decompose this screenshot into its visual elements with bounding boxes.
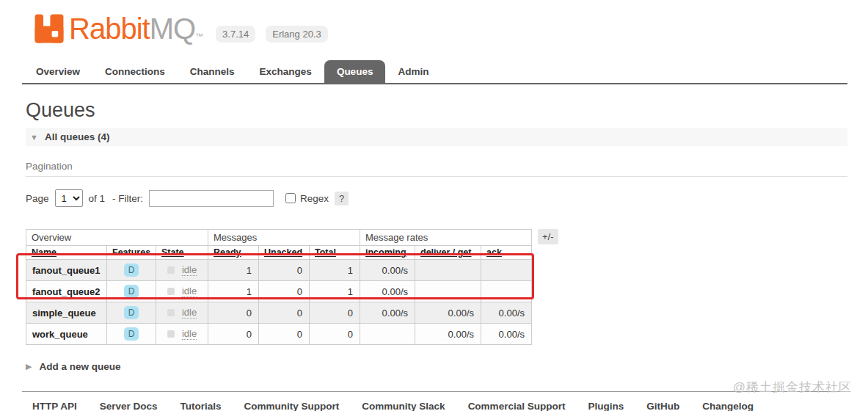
version-badge: 3.7.14 [216, 26, 255, 43]
queues-table: Overview Messages Message rates Name Fea… [26, 229, 532, 345]
queue-ready: 0 [208, 324, 259, 345]
group-header-message-rates: Message rates [360, 230, 532, 246]
filter-label: - Filter: [112, 193, 143, 204]
column-header-deliver-get[interactable]: deliver / get [415, 246, 481, 260]
queue-unacked: 0 [259, 260, 310, 281]
queue-unacked: 0 [259, 281, 310, 302]
queue-name[interactable]: work_queue [26, 324, 107, 345]
column-header-name[interactable]: Name [26, 246, 107, 260]
group-header-overview: Overview [26, 230, 208, 246]
footer-link-community-support[interactable]: Community Support [244, 401, 340, 411]
add-queue-label: Add a new queue [39, 361, 120, 372]
queue-deliver-get-rate [415, 281, 481, 302]
column-header-ack[interactable]: ack [481, 246, 532, 260]
all-queues-label: All queues (4) [45, 131, 110, 142]
queue-incoming-rate [360, 324, 415, 345]
footer-link-github[interactable]: GitHub [646, 401, 679, 411]
queue-features: D [107, 281, 156, 302]
tab-overview[interactable]: Overview [23, 60, 92, 83]
regex-checkbox[interactable] [285, 193, 296, 203]
queues-table-zone: Overview Messages Message rates Name Fea… [26, 229, 583, 345]
queue-incoming-rate: 0.00/s [360, 260, 415, 281]
column-header-ready[interactable]: Ready [208, 246, 259, 260]
footer-link-server-docs[interactable]: Server Docs [100, 401, 158, 411]
queue-ready: 1 [208, 260, 259, 281]
queue-ack-rate: 0.00/s [481, 302, 532, 324]
queue-features: D [107, 302, 156, 324]
footer-link-changelog[interactable]: Changelog [702, 401, 754, 411]
durable-badge: D [124, 263, 139, 277]
durable-badge: D [124, 285, 139, 298]
page-count-label: of 1 [89, 193, 106, 204]
erlang-version-badge: Erlang 20.3 [266, 26, 328, 43]
table-row[interactable]: fanout_queue2 D idle 1 0 1 0.00/s [26, 281, 532, 302]
table-column-header-row: Name Features State Ready Unacked Total … [26, 246, 532, 260]
main-content: Queues ▼ All queues (4) Pagination Page … [0, 99, 868, 372]
regex-help-button[interactable]: ? [335, 192, 349, 205]
footer-nav: HTTP API Server Docs Tutorials Community… [22, 391, 847, 411]
add-queue-section-header[interactable]: ▶ Add a new queue [26, 361, 847, 372]
footer-link-community-slack[interactable]: Community Slack [362, 401, 445, 411]
queue-state: idle [156, 324, 208, 345]
group-header-messages: Messages [208, 230, 360, 246]
footer-link-commercial-support[interactable]: Commercial Support [468, 401, 566, 411]
table-row[interactable]: work_queue D idle 0 0 0 0.00/s 0.00/s [26, 324, 532, 345]
column-header-total[interactable]: Total [310, 246, 360, 260]
wordmark-tm: ™ [195, 32, 203, 40]
wordmark-rabbit: Rabbit [69, 12, 150, 45]
state-indicator-icon [167, 309, 175, 316]
queue-features: D [107, 260, 156, 281]
app-header: RabbitMQ™ 3.7.14 Erlang 20.3 [0, 0, 868, 46]
footer-link-http-api[interactable]: HTTP API [32, 401, 77, 411]
chevron-down-icon: ▼ [30, 133, 38, 142]
table-row[interactable]: simple_queue D idle 0 0 0 0.00/s 0.00/s … [26, 302, 532, 324]
rabbitmq-wordmark: RabbitMQ™ [69, 12, 203, 46]
queue-state: idle [156, 260, 208, 281]
wordmark-mq: MQ [150, 12, 195, 45]
state-indicator-icon [167, 330, 175, 338]
queue-ack-rate: 0.00/s [481, 324, 532, 345]
queue-ready: 0 [208, 302, 259, 324]
state-indicator-icon [167, 266, 175, 274]
rabbitmq-logo-icon [32, 12, 66, 46]
queue-ack-rate [481, 260, 532, 281]
main-nav: Overview Connections Channels Exchanges … [22, 60, 847, 84]
tab-queues[interactable]: Queues [324, 60, 386, 83]
page-select[interactable]: 1 [55, 189, 83, 207]
footer-link-plugins[interactable]: Plugins [588, 401, 624, 411]
queue-incoming-rate: 0.00/s [360, 281, 415, 302]
queue-name[interactable]: simple_queue [26, 302, 107, 324]
footer-link-tutorials[interactable]: Tutorials [180, 401, 222, 411]
pagination-controls: Page 1 of 1 - Filter: Regex ? [26, 189, 847, 207]
column-header-state[interactable]: State [156, 246, 208, 260]
tab-connections[interactable]: Connections [92, 60, 178, 83]
rabbitmq-logo[interactable]: RabbitMQ™ [32, 12, 203, 46]
state-indicator-icon [167, 288, 175, 295]
column-header-unacked[interactable]: Unacked [259, 246, 310, 260]
tab-admin[interactable]: Admin [385, 60, 441, 83]
queue-features: D [107, 324, 156, 345]
table-group-header-row: Overview Messages Message rates [26, 230, 532, 246]
tab-channels[interactable]: Channels [178, 60, 247, 83]
column-options-button[interactable]: +/- [538, 229, 558, 244]
column-header-incoming[interactable]: incoming [360, 246, 415, 260]
queue-name[interactable]: fanout_queue1 [26, 260, 107, 281]
queue-state: idle [156, 281, 208, 302]
page-label: Page [26, 193, 49, 204]
table-row[interactable]: fanout_queue1 D idle 1 0 1 0.00/s [26, 260, 532, 281]
durable-badge: D [124, 306, 139, 319]
queue-state: idle [156, 302, 208, 324]
all-queues-section-header[interactable]: ▼ All queues (4) [26, 128, 847, 146]
queue-deliver-get-rate: 0.00/s [415, 302, 481, 324]
tab-exchanges[interactable]: Exchanges [247, 60, 324, 83]
filter-input[interactable] [149, 190, 274, 207]
queue-total: 1 [310, 281, 360, 302]
queue-ack-rate [481, 281, 532, 302]
queue-deliver-get-rate: 0.00/s [415, 324, 481, 345]
queue-name[interactable]: fanout_queue2 [26, 281, 107, 302]
regex-label: Regex [300, 193, 329, 204]
watermark: @稀土掘金技术社区 [733, 379, 852, 396]
queue-total: 1 [310, 260, 360, 281]
queue-unacked: 0 [259, 302, 310, 324]
chevron-right-icon: ▶ [26, 362, 32, 371]
